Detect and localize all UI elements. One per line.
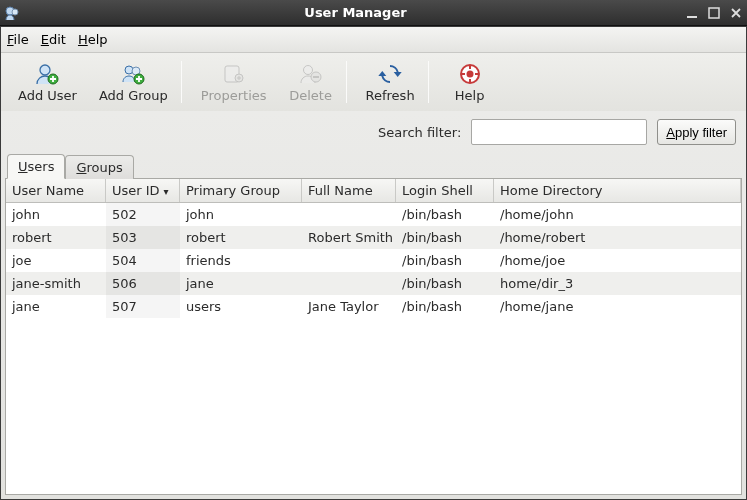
- menu-file[interactable]: File: [7, 32, 29, 47]
- cell-login-shell: /bin/bash: [396, 272, 494, 295]
- menu-edit[interactable]: Edit: [41, 32, 66, 47]
- col-primary-group[interactable]: Primary Group: [180, 179, 302, 202]
- svg-point-1: [12, 9, 18, 15]
- col-user-name[interactable]: User Name: [6, 179, 106, 202]
- properties-button[interactable]: Properties: [190, 56, 278, 108]
- apply-filter-button[interactable]: Apply filter: [657, 119, 736, 145]
- svg-rect-3: [709, 8, 719, 18]
- col-user-id[interactable]: User ID▾: [106, 179, 180, 202]
- cell-primary-group: friends: [180, 249, 302, 272]
- cell-user-id: 503: [106, 226, 180, 249]
- table-body: john502john/bin/bash/home/johnrobert503r…: [6, 203, 741, 318]
- cell-home-dir: /home/jane: [494, 295, 741, 318]
- menu-help[interactable]: Help: [78, 32, 108, 47]
- window-controls: [685, 6, 743, 20]
- cell-user-id: 506: [106, 272, 180, 295]
- col-login-shell[interactable]: Login Shell: [396, 179, 494, 202]
- refresh-label: Refresh: [366, 88, 415, 103]
- cell-full-name: [302, 249, 396, 272]
- toolbar-separator: [346, 61, 347, 103]
- search-input[interactable]: [471, 119, 647, 145]
- cell-user-name: jane-smith: [6, 272, 106, 295]
- tabs: Users Groups User Name User ID▾ Primary …: [1, 153, 746, 499]
- tabstrip: Users Groups: [5, 153, 742, 179]
- toolbar-separator: [181, 61, 182, 103]
- cell-user-name: jane: [6, 295, 106, 318]
- properties-label: Properties: [201, 88, 267, 103]
- cell-home-dir: /home/robert: [494, 226, 741, 249]
- delete-icon: [299, 62, 323, 86]
- maximize-button[interactable]: [707, 6, 721, 20]
- table-row[interactable]: jane-smith506jane/bin/bashhome/dir_3: [6, 272, 741, 295]
- refresh-button[interactable]: Refresh: [355, 56, 426, 108]
- table-row[interactable]: jane507usersJane Taylor/bin/bash/home/ja…: [6, 295, 741, 318]
- col-home-dir[interactable]: Home Directory: [494, 179, 741, 202]
- cell-user-name: joe: [6, 249, 106, 272]
- cell-primary-group: users: [180, 295, 302, 318]
- table-header: User Name User ID▾ Primary Group Full Na…: [6, 179, 741, 203]
- tab-users[interactable]: Users: [7, 154, 65, 179]
- add-user-button[interactable]: Add User: [7, 56, 88, 108]
- cell-primary-group: jane: [180, 272, 302, 295]
- help-label: Help: [455, 88, 485, 103]
- close-button[interactable]: [729, 6, 743, 20]
- refresh-icon: [378, 62, 402, 86]
- table-row[interactable]: joe504friends/bin/bash/home/joe: [6, 249, 741, 272]
- tab-groups[interactable]: Groups: [65, 155, 133, 179]
- cell-login-shell: /bin/bash: [396, 226, 494, 249]
- add-group-button[interactable]: Add Group: [88, 56, 179, 108]
- help-icon: [458, 62, 482, 86]
- cell-full-name: Jane Taylor: [302, 295, 396, 318]
- cell-full-name: [302, 203, 396, 226]
- window-title: User Manager: [26, 5, 685, 20]
- cell-login-shell: /bin/bash: [396, 249, 494, 272]
- toolbar-separator: [428, 61, 429, 103]
- svg-point-14: [466, 70, 473, 77]
- help-button[interactable]: Help: [437, 56, 503, 108]
- add-group-icon: [121, 62, 145, 86]
- cell-full-name: Robert Smith: [302, 226, 396, 249]
- col-full-name[interactable]: Full Name: [302, 179, 396, 202]
- cell-user-id: 504: [106, 249, 180, 272]
- toolbar: Add User Add Group Properties Delete: [1, 53, 746, 111]
- svg-point-4: [40, 65, 50, 75]
- cell-user-name: john: [6, 203, 106, 226]
- client-area: File Edit Help Add User Add Group: [0, 26, 747, 500]
- add-user-label: Add User: [18, 88, 77, 103]
- delete-button[interactable]: Delete: [278, 56, 344, 108]
- table-row[interactable]: john502john/bin/bash/home/john: [6, 203, 741, 226]
- svg-rect-2: [687, 16, 697, 18]
- search-row: Search filter: Apply filter: [1, 111, 746, 153]
- cell-user-id: 507: [106, 295, 180, 318]
- titlebar[interactable]: User Manager: [0, 0, 747, 26]
- minimize-button[interactable]: [685, 6, 699, 20]
- app-icon: [4, 5, 20, 21]
- cell-user-name: robert: [6, 226, 106, 249]
- add-user-icon: [35, 62, 59, 86]
- cell-home-dir: home/dir_3: [494, 272, 741, 295]
- cell-full-name: [302, 272, 396, 295]
- cell-primary-group: john: [180, 203, 302, 226]
- cell-user-id: 502: [106, 203, 180, 226]
- table-row[interactable]: robert503robertRobert Smith/bin/bash/hom…: [6, 226, 741, 249]
- sort-desc-icon: ▾: [164, 186, 169, 197]
- cell-login-shell: /bin/bash: [396, 203, 494, 226]
- search-label: Search filter:: [378, 125, 461, 140]
- users-table: User Name User ID▾ Primary Group Full Na…: [5, 178, 742, 495]
- add-group-label: Add Group: [99, 88, 168, 103]
- cell-home-dir: /home/joe: [494, 249, 741, 272]
- window: User Manager File Edit Help Add User: [0, 0, 747, 500]
- menubar: File Edit Help: [1, 27, 746, 53]
- cell-home-dir: /home/john: [494, 203, 741, 226]
- cell-login-shell: /bin/bash: [396, 295, 494, 318]
- properties-icon: [222, 62, 246, 86]
- cell-primary-group: robert: [180, 226, 302, 249]
- svg-point-11: [303, 65, 312, 74]
- delete-label: Delete: [289, 88, 332, 103]
